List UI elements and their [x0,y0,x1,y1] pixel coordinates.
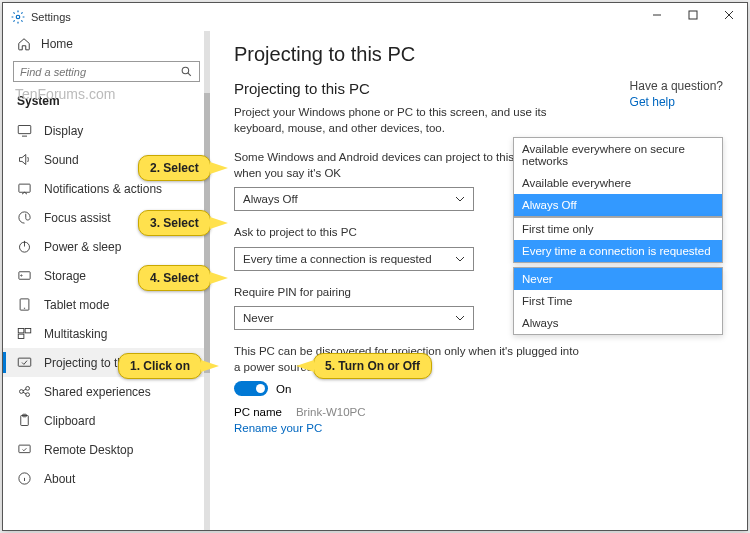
sound-icon [17,152,32,167]
search-icon [180,65,193,78]
popup2-opt[interactable]: First time only [514,218,722,240]
dropdown1-popup: Available everywhere on secure networks … [513,137,723,217]
chevron-down-icon [455,254,465,264]
home-label: Home [41,37,73,51]
popup3-opt-selected[interactable]: Never [514,268,722,290]
pc-name-value: Brink-W10PC [296,406,366,418]
dropdown1-label: Some Windows and Android devices can pro… [234,150,544,181]
watermark: TenForums.com [15,86,115,102]
dropdown2-label: Ask to project to this PC [234,225,544,241]
svg-rect-17 [25,329,31,333]
dropdown3-label: Require PIN for pairing [234,285,544,301]
help-box: Have a question? Get help [630,79,723,109]
sidebar-item-tablet[interactable]: Tablet mode [3,290,210,319]
sidebar-item-remote[interactable]: Remote Desktop [3,435,210,464]
storage-icon [17,268,32,283]
home-icon [17,37,31,51]
dropdown2-popup: First time only Every time a connection … [513,217,723,263]
callout-1: 1. Click on [118,353,202,379]
window-title: Settings [31,11,71,23]
settings-window: Settings Home TenForums.com System Displ… [2,2,748,531]
callout-5: 5. Turn On or Off [313,353,432,379]
chevron-down-icon [455,194,465,204]
dropdown3-value: Never [243,312,274,324]
svg-rect-19 [18,358,31,366]
svg-line-6 [188,73,191,76]
svg-point-22 [26,393,30,397]
popup1-opt[interactable]: Available everywhere on secure networks [514,138,722,172]
sidebar-item-power[interactable]: Power & sleep [3,232,210,261]
popup2-opt-selected[interactable]: Every time a connection is requested [514,240,722,262]
close-button[interactable] [711,3,747,27]
svg-point-13 [21,275,22,276]
pc-name-label: PC name [234,406,282,418]
popup3-opt[interactable]: Always [514,312,722,334]
clipboard-icon [17,413,32,428]
search-input[interactable] [20,66,180,78]
svg-line-24 [23,392,26,394]
page-title: Projecting to this PC [234,43,723,66]
sidebar-item-clipboard[interactable]: Clipboard [3,406,210,435]
dropdown1-value: Always Off [243,193,298,205]
main-panel: Projecting to this PC Projecting to this… [210,31,747,530]
dropdown3-popup: Never First Time Always [513,267,723,335]
callout-4: 4. Select [138,265,211,291]
svg-rect-9 [19,184,30,192]
dropdown2-value: Every time a connection is requested [243,253,432,265]
discover-toggle[interactable] [234,381,268,396]
svg-rect-2 [689,11,697,19]
multitasking-icon [17,326,32,341]
minimize-button[interactable] [639,3,675,27]
callout-2: 2. Select [138,155,211,181]
power-icon [17,239,32,254]
titlebar: Settings [3,3,747,31]
svg-line-23 [23,389,26,391]
sidebar-home[interactable]: Home [3,31,210,57]
remote-icon [17,442,32,457]
about-icon [17,471,32,486]
dropdown-availability[interactable]: Always Off [234,187,474,211]
search-input-row[interactable] [13,61,200,82]
dropdown-ask[interactable]: Every time a connection is requested [234,247,474,271]
dropdown-pin[interactable]: Never [234,306,474,330]
svg-point-21 [26,387,30,391]
svg-rect-16 [18,329,24,333]
popup1-opt-selected[interactable]: Always Off [514,194,722,216]
focus-icon [17,210,32,225]
popup1-opt[interactable]: Available everywhere [514,172,722,194]
display-icon [17,123,32,138]
chevron-down-icon [455,313,465,323]
svg-point-0 [16,15,20,19]
svg-point-5 [182,67,189,74]
svg-point-20 [20,390,24,394]
tablet-icon [17,297,32,312]
section-desc: Project your Windows phone or PC to this… [234,105,564,136]
rename-pc-link[interactable]: Rename your PC [234,422,723,434]
svg-rect-7 [18,126,31,134]
get-help-link[interactable]: Get help [630,95,675,109]
svg-rect-27 [19,445,30,453]
settings-icon [11,10,25,24]
help-question: Have a question? [630,79,723,93]
callout-3: 3. Select [138,210,211,236]
sidebar-item-shared[interactable]: Shared experiences [3,377,210,406]
notifications-icon [17,181,32,196]
projecting-icon [17,355,32,370]
shared-icon [17,384,32,399]
svg-rect-18 [18,334,24,338]
sidebar-item-multitasking[interactable]: Multitasking [3,319,210,348]
toggle-state: On [276,383,291,395]
sidebar-item-about[interactable]: About [3,464,210,493]
popup3-opt[interactable]: First Time [514,290,722,312]
maximize-button[interactable] [675,3,711,27]
sidebar-item-display[interactable]: Display [3,116,210,145]
